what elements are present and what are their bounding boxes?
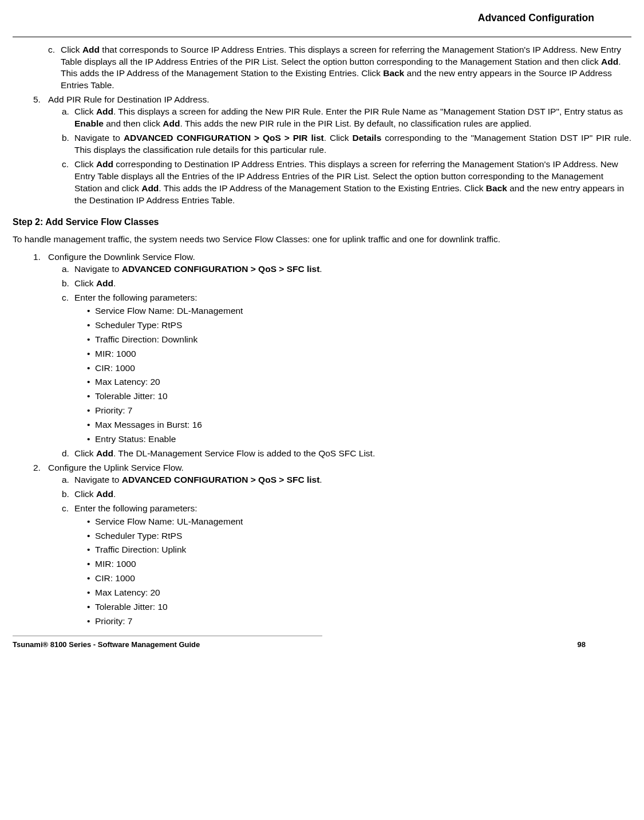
param: Traffic Direction: Downlink [87,334,631,346]
item-5b: b. Navigate to ADVANCED CONFIGURATION > … [62,132,631,156]
bold: ADVANCED CONFIGURATION > QoS > SFC list [122,475,320,484]
sfc-2c: c. Enter the following parameters: Servi… [62,503,631,628]
bold: Enable [74,119,104,128]
sfc-2-params: Service Flow Name: UL-Management Schedul… [87,516,631,628]
param: Service Flow Name: DL-Management [87,305,631,317]
text: Navigate to [74,475,122,484]
item-5: 5. Add PIR Rule for Destination IP Addre… [33,94,631,206]
item-5-title: Add PIR Rule for Destination IP Address. [48,94,209,104]
item-4-cont: c. Click Add that corresponds to Source … [33,44,631,92]
bold: Back [486,183,507,193]
text: Click [61,45,82,54]
text: . [113,278,116,288]
text: . The DL-Management Service Flow is adde… [113,448,375,458]
bold: Add [96,448,113,458]
text: . This adds the IP Address of the Manage… [159,183,486,193]
sfc-1b: b. Click Add. [62,278,631,290]
param: MIR: 1000 [87,558,631,570]
footer-rule [13,636,322,636]
sfc-1: 1. Configure the Downlink Service Flow. … [33,251,631,460]
step2-heading: Step 2: Add Service Flow Classes [13,216,631,228]
bold: Add [82,45,100,54]
text: . Click [324,133,353,143]
param: Priority: 7 [87,616,631,628]
item-4c: c. Click Add that corresponds to Source … [48,44,631,92]
param: MIR: 1000 [87,348,631,360]
footer-right: 98 [578,640,586,650]
text: . [319,475,322,484]
footer-left: Tsunami® 8100 Series - Software Manageme… [13,640,200,650]
text: that corresponds to Source IP Address En… [61,45,621,66]
sfc-1a: a. Navigate to ADVANCED CONFIGURATION > … [62,263,631,275]
param: Max Messages in Burst: 16 [87,419,631,431]
step2-intro: To handle management traffic, the system… [13,234,631,246]
param: Scheduler Type: RtPS [87,320,631,332]
header-rule [13,37,631,37]
bold: Back [383,68,404,78]
text: and then click [104,119,163,128]
param: CIR: 1000 [87,362,631,374]
param: Traffic Direction: Uplink [87,544,631,556]
bold: Add [96,107,113,116]
bold: Add [601,57,618,66]
sfc-2-title: Configure the Uplink Service Flow. [48,463,184,472]
text: . [113,489,116,499]
sfc-1d: d. Click Add. The DL-Management Service … [62,448,631,460]
param: Max Latency: 20 [87,376,631,388]
page-footer: Tsunami® 8100 Series - Software Manageme… [13,640,631,650]
bold: Add [141,183,159,193]
param: Service Flow Name: UL-Management [87,516,631,528]
sfc-1c: c. Enter the following parameters: Servi… [62,292,631,446]
sfc-list: 1. Configure the Downlink Service Flow. … [33,251,631,628]
text: Click [74,107,96,116]
param: Entry Status: Enable [87,433,631,446]
text: Enter the following parameters: [74,293,197,302]
text: Click [74,278,96,288]
param: Max Latency: 20 [87,587,631,599]
param: Priority: 7 [87,405,631,417]
item-5a: a. Click Add. This displays a screen for… [62,106,631,130]
bold: Details [352,133,381,143]
sfc-1-params: Service Flow Name: DL-Management Schedul… [87,305,631,446]
text: Navigate to [74,264,122,274]
param: Tolerable Jitter: 10 [87,601,631,613]
bold: ADVANCED CONFIGURATION > QoS > SFC list [122,264,320,274]
text: . This displays a screen for adding the … [113,107,623,116]
sfc-2a: a. Navigate to ADVANCED CONFIGURATION > … [62,474,631,486]
bold: Add [163,119,180,128]
bold: Add [96,489,113,499]
item-5c: c. Click Add corresponding to Destinatio… [62,159,631,207]
param: Scheduler Type: RtPS [87,530,631,542]
continued-list: c. Click Add that corresponds to Source … [33,44,631,207]
text: . [319,264,322,274]
text: Enter the following parameters: [74,503,197,513]
text: Navigate to [74,133,124,143]
sfc-2b: b. Click Add. [62,488,631,500]
text: Click [74,448,96,458]
text: Click [74,489,96,499]
bold: ADVANCED CONFIGURATION > QoS > PIR list [124,133,324,143]
sfc-1-title: Configure the Downlink Service Flow. [48,252,195,262]
text: Click [74,159,96,169]
text: . This adds the new PIR rule in the PIR … [180,119,531,128]
param: Tolerable Jitter: 10 [87,391,631,403]
bold: Add [96,278,113,288]
sfc-2: 2. Configure the Uplink Service Flow. a.… [33,462,631,628]
page-header: Advanced Configuration [13,11,631,25]
param: CIR: 1000 [87,573,631,585]
bold: Add [96,159,113,169]
